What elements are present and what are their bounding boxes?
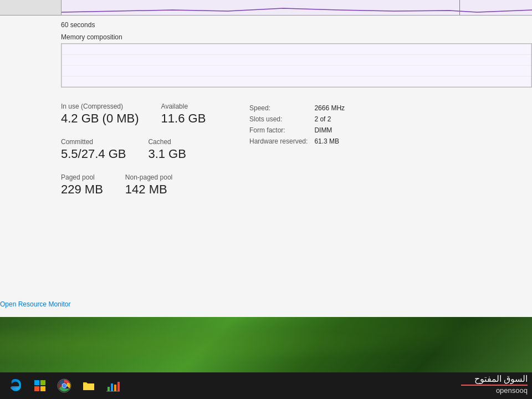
slots-used-label: Slots used: [249, 114, 314, 125]
memory-composition-graph [61, 43, 532, 88]
form-factor-label: Form factor: [249, 125, 314, 136]
slots-used-value: 2 of 2 [314, 114, 345, 125]
svg-rect-7 [34, 386, 39, 391]
resource-monitor-icon[interactable] [102, 375, 124, 397]
memory-composition-label: Memory composition [61, 33, 122, 41]
svg-rect-5 [34, 380, 39, 385]
cached-value: 3.1 GB [148, 147, 186, 161]
svg-rect-8 [40, 386, 45, 391]
watermark-brand: opensooq [496, 386, 528, 395]
resource-monitor-link[interactable]: Open Resource Monitor [0, 300, 70, 308]
speed-label: Speed: [249, 103, 314, 114]
speed-value: 2666 MHz [314, 103, 345, 114]
svg-rect-6 [40, 380, 45, 385]
stats-right: Speed: 2666 MHz Slots used: 2 of 2 Form … [249, 103, 532, 147]
form-factor-value: DIMM [314, 125, 345, 136]
taskbar-bar [0, 372, 532, 399]
cached-label: Cached [148, 138, 186, 146]
svg-rect-14 [111, 383, 113, 391]
non-paged-pool-value: 142 MB [125, 182, 172, 197]
paged-pool-stat: Paged pool 229 MB [61, 173, 103, 197]
non-paged-pool-stat: Non-paged pool 142 MB [125, 173, 172, 197]
hardware-reserved-row: Hardware reserved: 61.3 MB [249, 136, 345, 147]
svg-rect-16 [117, 382, 120, 391]
svg-rect-13 [108, 387, 110, 391]
speed-row: Speed: 2666 MHz [249, 103, 345, 114]
memory-usage-graph [0, 0, 532, 16]
watermark-divider [461, 385, 528, 386]
available-value: 11.6 GB [161, 111, 206, 126]
non-paged-pool-label: Non-paged pool [125, 173, 172, 181]
taskbar [0, 317, 532, 399]
chrome-icon[interactable] [53, 375, 75, 397]
watermark-arabic-text: السوق المفتوح [474, 374, 528, 384]
hardware-reserved-label: Hardware reserved: [249, 136, 314, 147]
in-use-available-row: In use (Compressed) 4.2 GB (0 MB) Availa… [61, 103, 244, 126]
in-use-value: 4.2 GB (0 MB) [61, 111, 139, 126]
in-use-stat: In use (Compressed) 4.2 GB (0 MB) [61, 103, 139, 126]
in-use-label: In use (Compressed) [61, 103, 139, 110]
hardware-reserved-value: 61.3 MB [314, 136, 345, 147]
watermark: السوق المفتوح opensooq [461, 374, 528, 395]
paged-nonpaged-row: Paged pool 229 MB Non-paged pool 142 MB [61, 173, 244, 197]
screen: 60 seconds Memory composition [0, 0, 532, 399]
start-button[interactable] [29, 375, 51, 397]
committed-cached-row: Committed 5.5/27.4 GB Cached 3.1 GB [61, 138, 244, 161]
form-factor-row: Form factor: DIMM [249, 125, 345, 136]
wallpaper-strip [0, 317, 532, 372]
memory-info-table: Speed: 2666 MHz Slots used: 2 of 2 Form … [249, 103, 345, 147]
stats-left: In use (Compressed) 4.2 GB (0 MB) Availa… [61, 103, 244, 209]
paged-pool-label: Paged pool [61, 173, 103, 181]
seconds-label: 60 seconds [61, 21, 95, 29]
svg-point-12 [63, 384, 66, 388]
file-explorer-icon[interactable] [78, 375, 100, 397]
task-manager-panel: 60 seconds Memory composition [0, 0, 532, 317]
available-stat: Available 11.6 GB [161, 103, 206, 126]
svg-rect-15 [114, 385, 116, 391]
paged-pool-value: 229 MB [61, 182, 103, 197]
committed-value: 5.5/27.4 GB [61, 147, 126, 161]
committed-stat: Committed 5.5/27.4 GB [61, 138, 126, 161]
edge-icon[interactable] [4, 375, 27, 397]
stats-area: In use (Compressed) 4.2 GB (0 MB) Availa… [61, 103, 532, 284]
slots-used-row: Slots used: 2 of 2 [249, 114, 345, 125]
cached-stat: Cached 3.1 GB [148, 138, 186, 161]
committed-label: Committed [61, 138, 126, 146]
available-label: Available [161, 103, 206, 110]
